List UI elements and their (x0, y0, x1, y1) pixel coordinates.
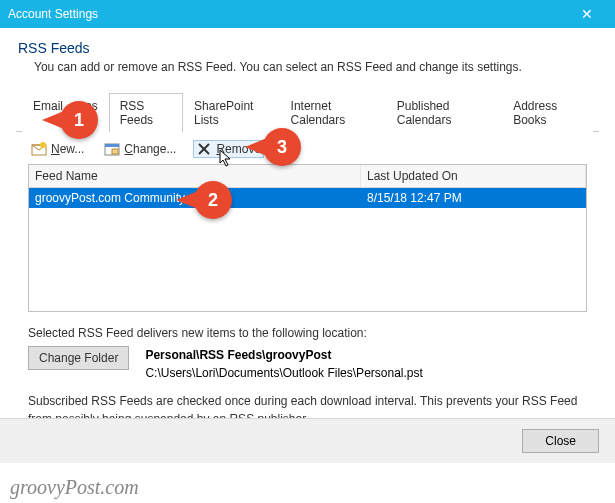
remove-icon (196, 141, 212, 157)
tab-sharepoint-lists[interactable]: SharePoint Lists (183, 93, 280, 132)
location-path: C:\Users\Lori\Documents\Outlook Files\Pe… (145, 364, 422, 382)
callout-1: 1 (60, 101, 98, 139)
callout-2: 2 (194, 181, 232, 219)
new-button[interactable]: New... (28, 140, 87, 158)
col-feed-name[interactable]: Feed Name (29, 165, 361, 187)
dialog-content: RSS Feeds You can add or remove an RSS F… (0, 28, 615, 428)
change-folder-button[interactable]: Change Folder (28, 346, 129, 370)
list-header: Feed Name Last Updated On (29, 165, 586, 188)
list-row[interactable]: groovyPost.com Community 8/15/18 12:47 P… (29, 188, 586, 208)
close-button[interactable]: Close (522, 429, 599, 453)
change-button[interactable]: Change... (101, 140, 179, 158)
location-folder: Personal\RSS Feeds\groovyPost (145, 346, 422, 364)
page-description: You can add or remove an RSS Feed. You c… (34, 60, 599, 74)
col-last-updated[interactable]: Last Updated On (361, 165, 586, 187)
svg-rect-4 (105, 144, 119, 147)
cell-last-updated: 8/15/18 12:47 PM (361, 188, 586, 208)
watermark: groovyPost.com (10, 476, 139, 499)
change-icon (104, 141, 120, 157)
svg-rect-5 (112, 149, 118, 154)
page-title: RSS Feeds (18, 40, 599, 56)
tab-published-calendars[interactable]: Published Calendars (386, 93, 502, 132)
tab-rss-feeds[interactable]: RSS Feeds (109, 93, 183, 132)
callout-3: 3 (263, 128, 301, 166)
location-paths: Personal\RSS Feeds\groovyPost C:\Users\L… (145, 346, 422, 382)
toolbar: New... Change... Remove (16, 132, 599, 164)
svg-point-2 (40, 142, 46, 148)
dialog-buttons: Close (0, 418, 615, 463)
window-title: Account Settings (8, 7, 567, 21)
location-row: Change Folder Personal\RSS Feeds\groovyP… (28, 346, 587, 382)
tab-address-books[interactable]: Address Books (502, 93, 593, 132)
titlebar: Account Settings ✕ (0, 0, 615, 28)
new-icon (31, 141, 47, 157)
tab-internet-calendars[interactable]: Internet Calendars (280, 93, 386, 132)
tab-strip: Email es RSS Feeds SharePoint Lists Inte… (16, 92, 599, 132)
window-close-button[interactable]: ✕ (567, 6, 607, 22)
location-intro: Selected RSS Feed delivers new items to … (28, 326, 587, 340)
feed-list[interactable]: Feed Name Last Updated On groovyPost.com… (28, 164, 587, 312)
